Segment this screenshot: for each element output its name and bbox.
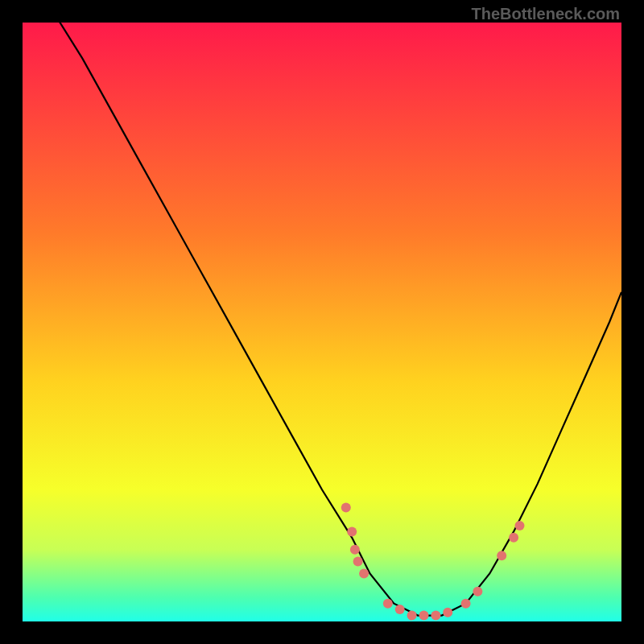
data-point	[353, 557, 363, 567]
data-point	[359, 569, 369, 579]
data-point	[515, 521, 525, 530]
chart-container: TheBottleneck.com	[0, 0, 644, 644]
curve-layer	[23, 23, 621, 621]
data-point	[347, 526, 357, 536]
data-point	[509, 533, 518, 543]
data-point	[395, 605, 405, 614]
data-point	[407, 611, 417, 621]
data-point	[350, 545, 360, 555]
watermark-label: TheBottleneck.com	[472, 5, 620, 23]
bottleneck-curve	[23, 23, 621, 616]
data-point	[341, 503, 351, 513]
data-point	[419, 611, 429, 621]
data-point	[497, 551, 506, 560]
data-point	[473, 587, 482, 597]
data-point	[431, 611, 440, 621]
data-point	[443, 608, 452, 617]
data-point	[383, 599, 393, 609]
data-point	[461, 599, 471, 609]
plot-area	[23, 23, 621, 621]
